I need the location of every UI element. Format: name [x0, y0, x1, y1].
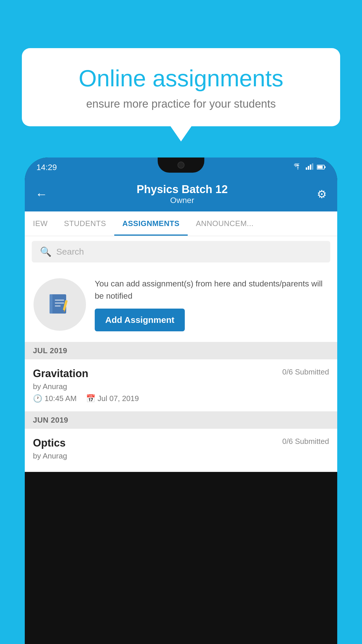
assignment-date: Jul 07, 2019 [98, 394, 139, 403]
svg-rect-7 [51, 294, 66, 314]
time-meta: 🕐 10:45 AM [33, 394, 77, 403]
tab-students[interactable]: STUDENTS [56, 211, 114, 236]
section-jul-2019: JUL 2019 [25, 342, 337, 359]
tab-iew[interactable]: IEW [25, 211, 56, 236]
tab-assignments[interactable]: ASSIGNMENTS [114, 211, 188, 236]
search-placeholder: Search [56, 247, 84, 257]
camera [178, 162, 184, 169]
assignment-name: Gravitation [33, 368, 88, 380]
calendar-icon: 📅 [86, 394, 95, 403]
svg-rect-2 [310, 164, 311, 170]
bubble-title: Online assignments [42, 66, 320, 91]
promo-icon-circle [34, 278, 86, 331]
svg-rect-10 [55, 302, 64, 304]
submitted-count: 0/6 Submitted [282, 368, 329, 377]
search-container: 🔍 Search [25, 236, 337, 267]
header-center: Physics Batch 12 Owner [137, 183, 228, 205]
promo-text: You can add assignment(s) from here and … [95, 278, 328, 302]
signal-icon [306, 163, 313, 172]
app-header: ← Physics Batch 12 Owner ⚙ [25, 177, 337, 211]
svg-rect-0 [306, 167, 307, 170]
svg-rect-5 [324, 166, 326, 168]
svg-rect-1 [308, 166, 309, 170]
status-bar: 14:29 [25, 158, 337, 177]
bubble-subtitle: ensure more practice for your students [42, 98, 320, 110]
speech-bubble: Online assignments ensure more practice … [22, 48, 340, 126]
role-label: Owner [137, 196, 228, 205]
assignment-optics[interactable]: Optics 0/6 Submitted by Anurag [25, 429, 337, 472]
search-bar[interactable]: 🔍 Search [32, 241, 330, 262]
add-assignment-button[interactable]: Add Assignment [95, 309, 185, 331]
section-jun-2019: JUN 2019 [25, 412, 337, 429]
settings-button[interactable]: ⚙ [317, 188, 327, 201]
phone-frame: 14:29 [25, 158, 337, 644]
assignment-author: by Anurag [33, 382, 329, 391]
assignment-gravitation[interactable]: Gravitation 0/6 Submitted by Anurag 🕐 10… [25, 359, 337, 412]
date-meta: 📅 Jul 07, 2019 [86, 394, 139, 403]
assignment-row: Gravitation 0/6 Submitted [33, 368, 329, 380]
svg-rect-8 [50, 294, 52, 314]
notch [158, 158, 204, 173]
assignment-time: 10:45 AM [45, 394, 77, 403]
tabs-bar: IEW STUDENTS ASSIGNMENTS ANNOUNCEM... [25, 211, 337, 236]
battery-icon [317, 163, 326, 172]
assignment-name: Optics [33, 437, 66, 449]
notebook-icon [47, 291, 73, 318]
back-button[interactable]: ← [35, 187, 48, 201]
search-icon: 🔍 [40, 246, 52, 257]
svg-rect-9 [55, 300, 64, 301]
promo-card: You can add assignment(s) from here and … [25, 267, 337, 342]
phone-screen: 🔍 Search [25, 236, 337, 472]
assignment-row: Optics 0/6 Submitted [33, 437, 329, 449]
svg-rect-3 [312, 163, 313, 170]
tab-announcements[interactable]: ANNOUNCEM... [188, 211, 262, 236]
batch-title: Physics Batch 12 [137, 183, 228, 196]
clock-icon: 🕐 [33, 394, 42, 403]
assignment-author: by Anurag [33, 452, 329, 461]
svg-rect-11 [55, 305, 61, 307]
submitted-count: 0/6 Submitted [282, 437, 329, 446]
status-time: 14:29 [36, 163, 57, 172]
wifi-icon [294, 163, 302, 172]
promo-content: You can add assignment(s) from here and … [95, 278, 328, 331]
status-icons [294, 163, 326, 172]
svg-rect-6 [317, 166, 323, 169]
assignment-meta: 🕐 10:45 AM 📅 Jul 07, 2019 [33, 394, 329, 403]
